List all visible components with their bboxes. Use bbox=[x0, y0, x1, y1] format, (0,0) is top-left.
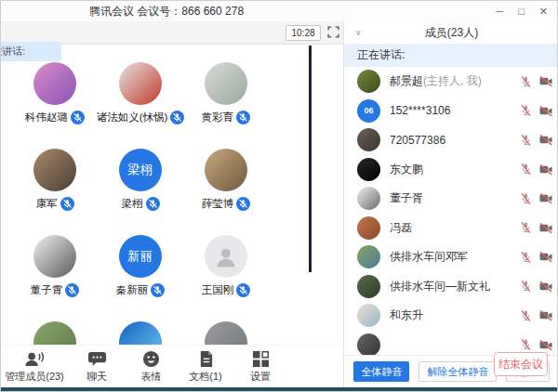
participant-name: 科伟赵璐 bbox=[25, 111, 68, 124]
video-tile[interactable]: 王国刚 bbox=[183, 235, 269, 321]
video-tile[interactable]: 梁栩 梁栩 bbox=[98, 149, 183, 235]
participant-avatar[interactable] bbox=[33, 235, 76, 278]
member-avatar: 06 bbox=[357, 99, 380, 123]
chat-button[interactable]: 聊天 bbox=[68, 350, 126, 384]
video-tile[interactable]: 董子霄 bbox=[12, 235, 98, 321]
camera-off-icon[interactable] bbox=[538, 134, 553, 146]
maximize-icon[interactable]: □ bbox=[518, 1, 525, 21]
member-row[interactable]: 董子胥 bbox=[344, 184, 558, 214]
close-icon[interactable]: ✕ bbox=[539, 1, 548, 21]
participant-avatar[interactable]: 新丽 bbox=[119, 235, 162, 278]
member-row[interactable]: 06 152****3106 bbox=[344, 97, 558, 126]
mic-off-icon[interactable] bbox=[520, 163, 532, 176]
video-grid: 科伟赵璐 诸法如义(怵惕) bbox=[1, 44, 321, 363]
participant-avatar[interactable] bbox=[33, 149, 76, 191]
member-row[interactable]: 720577386 bbox=[344, 125, 558, 155]
emoji-icon bbox=[142, 350, 160, 368]
chat-icon bbox=[87, 350, 107, 368]
participant-avatar[interactable] bbox=[205, 235, 247, 278]
mic-off-icon[interactable] bbox=[520, 251, 532, 264]
settings-label: 设置 bbox=[250, 370, 271, 384]
camera-off-icon[interactable] bbox=[538, 105, 553, 117]
camera-off-icon[interactable] bbox=[538, 281, 553, 293]
member-name: 董子胥 bbox=[390, 191, 423, 204]
members-panel: ∨ 成员(23人) 正在讲话: 郝景超(主持人, 我) bbox=[343, 21, 558, 387]
member-row[interactable]: 供排水车间邓军 bbox=[344, 242, 558, 272]
mic-muted-icon[interactable] bbox=[236, 283, 250, 297]
members-panel-header: ∨ 成员(23人) bbox=[344, 21, 558, 44]
camera-off-icon[interactable] bbox=[538, 251, 553, 263]
camera-off-icon[interactable] bbox=[538, 222, 553, 234]
member-row[interactable]: 供排水车间—新文礼 bbox=[344, 272, 558, 302]
mic-muted-icon[interactable] bbox=[236, 197, 250, 211]
mic-muted-icon[interactable] bbox=[236, 111, 250, 124]
settings-button[interactable]: 设置 bbox=[234, 350, 286, 384]
meeting-timer: 10:28 bbox=[286, 25, 321, 41]
participant-avatar[interactable]: 梁栩 bbox=[119, 149, 162, 191]
speaking-now-bar: 正在讲话: bbox=[344, 44, 558, 67]
member-name: 720577386 bbox=[390, 134, 445, 147]
video-tile[interactable]: 黄彩育 bbox=[183, 62, 269, 149]
member-name: 供排水车间邓军 bbox=[390, 250, 468, 263]
video-tile[interactable]: 薛莹博 bbox=[183, 149, 269, 235]
member-name: 供排水车间—新文礼 bbox=[390, 280, 490, 293]
participant-name: 董子霄 bbox=[31, 283, 63, 297]
participant-avatar[interactable] bbox=[119, 62, 162, 105]
mic-off-icon[interactable] bbox=[520, 134, 532, 147]
participant-avatar[interactable] bbox=[205, 149, 247, 191]
emoji-button[interactable]: 表情 bbox=[126, 350, 177, 384]
speaking-now-tag: 正在讲话: bbox=[0, 42, 61, 61]
mic-off-icon[interactable] bbox=[520, 104, 532, 117]
manage-members-label: 管理成员(23) bbox=[5, 370, 64, 384]
participant-avatar[interactable] bbox=[205, 62, 247, 105]
mic-off-icon[interactable] bbox=[520, 75, 532, 88]
member-row[interactable]: 东文鹏 bbox=[344, 155, 558, 185]
camera-off-icon[interactable] bbox=[538, 339, 553, 351]
window-title: 腾讯会议 会议号：866 660 278 bbox=[89, 5, 244, 18]
manage-members-button[interactable]: 管理成员(23) bbox=[1, 350, 68, 384]
member-row[interactable]: 冯磊 bbox=[344, 214, 558, 243]
video-tile[interactable]: 康军 bbox=[12, 149, 98, 235]
member-avatar bbox=[357, 304, 380, 327]
mic-muted-icon[interactable] bbox=[60, 197, 74, 211]
mic-muted-icon[interactable] bbox=[65, 283, 79, 297]
mic-muted-icon[interactable] bbox=[71, 111, 85, 124]
documents-button[interactable]: 文档(1) bbox=[177, 350, 234, 384]
mic-off-icon[interactable] bbox=[520, 280, 532, 293]
unmute-all-button[interactable]: 解除全体静音 bbox=[418, 361, 497, 382]
member-name: 冯磊 bbox=[390, 221, 412, 234]
end-meeting-button[interactable]: 结束会议 bbox=[494, 352, 548, 376]
grid-scrollbar[interactable] bbox=[309, 46, 312, 272]
minimize-icon[interactable]: ─ bbox=[496, 1, 503, 21]
mic-muted-icon[interactable] bbox=[151, 283, 165, 297]
member-name: 郝景超 bbox=[390, 74, 423, 87]
chat-label: 聊天 bbox=[86, 370, 107, 384]
documents-label: 文档(1) bbox=[189, 370, 221, 384]
video-tile[interactable]: 新丽 秦新丽 bbox=[98, 235, 183, 321]
video-tile[interactable]: 诸法如义(怵惕) bbox=[98, 62, 183, 149]
member-row[interactable]: 郝景超(主持人, 我) bbox=[344, 67, 558, 97]
mic-off-icon[interactable] bbox=[520, 192, 532, 205]
mic-off-icon[interactable] bbox=[520, 309, 532, 322]
member-name: 和东升 bbox=[390, 308, 423, 321]
member-role-suffix: (主持人, 我) bbox=[423, 74, 482, 87]
member-name: 152****3106 bbox=[390, 104, 450, 117]
member-row[interactable]: 和东升 bbox=[344, 301, 558, 331]
emoji-label: 表情 bbox=[141, 370, 162, 384]
camera-off-icon[interactable] bbox=[538, 192, 553, 204]
mute-all-button[interactable]: 全体静音 bbox=[353, 361, 409, 382]
manage-members-icon bbox=[23, 350, 46, 368]
camera-off-icon[interactable] bbox=[538, 75, 553, 87]
camera-off-icon[interactable] bbox=[538, 163, 553, 176]
mic-off-icon[interactable] bbox=[520, 221, 532, 234]
video-tile[interactable]: 科伟赵璐 bbox=[12, 62, 98, 149]
bottom-toolbar: 管理成员(23) 聊天 表情 文档 bbox=[1, 345, 343, 388]
fullscreen-icon[interactable] bbox=[327, 26, 339, 38]
chevron-down-icon[interactable]: ∨ bbox=[355, 21, 362, 44]
camera-off-icon[interactable] bbox=[538, 309, 553, 321]
participant-name: 薛莹博 bbox=[202, 197, 234, 211]
mic-muted-icon[interactable] bbox=[146, 197, 160, 211]
mic-off-icon[interactable] bbox=[520, 338, 532, 351]
participant-avatar[interactable] bbox=[33, 62, 76, 105]
member-avatar bbox=[357, 70, 380, 93]
